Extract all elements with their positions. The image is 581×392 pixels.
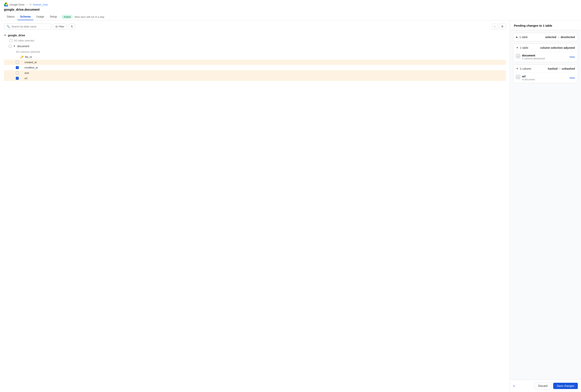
sort-order-button[interactable]: ↕ [492, 24, 498, 30]
pending-panel-title: Pending changes to 1 table [514, 24, 552, 27]
group-name: google_drive [8, 34, 25, 37]
sort-icon: ⇅ [71, 25, 73, 28]
snowflake-icon: ❄ [29, 3, 32, 6]
pending-panel-content: ▶ 1 table selected → deselected ▼ 1 tabl… [510, 30, 581, 380]
group-select-label: 0/1 table selected [14, 39, 34, 42]
sort-order-icon: ↕ [494, 25, 496, 28]
filter-icon: ⊟ [55, 25, 58, 28]
group-checkbox[interactable] [9, 39, 12, 42]
table-name: document [17, 44, 29, 48]
breadcrumb-arrow: → [26, 3, 28, 6]
breadcrumb-destination[interactable]: fivetran_chat [33, 3, 47, 6]
col-row-modified_at[interactable]: ✓ modified_at [4, 65, 506, 70]
col-checkbox-created_at[interactable] [16, 61, 19, 64]
key-icon: 🔑 [20, 56, 23, 58]
columns-summary-text: 3/5 columns selected [16, 50, 40, 53]
tab-status[interactable]: Status [4, 14, 17, 20]
group-chevron-icon: ▼ [4, 34, 6, 37]
breadcrumb-source: Google Drive [9, 3, 24, 6]
col-row-url[interactable]: ✓ url [4, 76, 506, 81]
tab-usage[interactable]: Usage [33, 14, 47, 20]
change-section-header-column-adjusted[interactable]: ▼ 1 table column selection adjusted [513, 44, 578, 52]
change-item-name-document: document [522, 54, 568, 57]
change-section-deselected: ▶ 1 table selected → deselected [513, 33, 578, 41]
column-adjusted-description: column selection adjusted [540, 46, 575, 49]
search-input[interactable] [11, 25, 49, 28]
change-section-header-deselected[interactable]: ▶ 1 table selected → deselected [513, 33, 578, 41]
view-link-url[interactable]: View [569, 76, 575, 79]
tab-status-area: Active Next sync will run in a day [61, 15, 104, 19]
search-icon: 🔍 [6, 25, 10, 28]
col-name-created_at: created_at [24, 61, 36, 64]
view-link-document[interactable]: View [569, 56, 575, 58]
sync-info: Next sync will run in a day [75, 16, 104, 18]
tabs: Status Schema Usage Setup [4, 14, 60, 20]
status-badge: Active [61, 15, 72, 19]
group-select-row: 0/1 table selected [4, 38, 506, 43]
col-name-modified_at: modified_at [24, 66, 38, 69]
hashed-count: 1 column [520, 67, 531, 70]
page-title: google_drive.document [4, 8, 577, 12]
group-header[interactable]: ▼ google_drive [4, 32, 506, 38]
change-item-sub-document: 2 columns deselected [522, 57, 568, 60]
col-row-created_at[interactable]: created_at [4, 60, 506, 65]
table-checkbox[interactable]: — [9, 45, 12, 48]
change-item-document: ⊞ document 2 columns deselected View [513, 52, 578, 62]
schema-group: ▼ google_drive 0/1 table selected — ▼ do… [4, 32, 506, 81]
filter-label: Filter [59, 25, 64, 28]
left-panel: 🔍 ⊟ Filter ⇅ ↕ ⚙ ▼ [0, 20, 510, 392]
settings-button[interactable]: ⚙ [499, 24, 506, 30]
change-section-hashed: ▼ 1 column hashed → unhashed ⊞ url in do… [513, 64, 578, 83]
header: Google Drive → ❄ fivetran_chat google_dr… [0, 0, 581, 20]
search-box[interactable]: 🔍 [4, 24, 51, 30]
change-item-url: ⊞ url in document View [513, 73, 578, 83]
change-section-column-adjusted: ▼ 1 table column selection adjusted ⊞ do… [513, 44, 578, 62]
table-item-document[interactable]: — ▼ document [4, 43, 506, 49]
tab-schema[interactable]: Schema [17, 14, 33, 20]
table-icon-url: ⊞ [516, 75, 520, 79]
pending-panel-header: Pending changes to 1 table [510, 20, 581, 30]
expand-icon[interactable]: » [513, 384, 515, 388]
toolbar: 🔍 ⊟ Filter ⇅ ↕ ⚙ [4, 24, 506, 30]
change-section-header-hashed[interactable]: ▼ 1 column hashed → unhashed [513, 65, 578, 73]
col-checkbox-url[interactable]: ✓ [16, 77, 19, 80]
tab-setup[interactable]: Setup [47, 14, 60, 20]
table-list: 0/1 table selected — ▼ document 3/5 colu… [4, 38, 506, 81]
change-item-details-url: url in document [522, 75, 568, 81]
right-panel: Pending changes to 1 table ▶ 1 table sel… [510, 20, 581, 392]
hashed-description: hashed → unhashed [548, 67, 575, 70]
table-icon-document: ⊞ [516, 54, 520, 58]
deselected-count: 1 table [520, 36, 528, 39]
change-item-name-url: url [522, 75, 568, 78]
change-item-sub-url: in document [522, 78, 568, 81]
section-chevron-down-icon-2: ▼ [516, 67, 519, 70]
col-checkbox-modified_at[interactable]: ✓ [16, 66, 19, 69]
col-row-file_id[interactable]: 🔑 file_id [4, 54, 506, 60]
col-name-url: url [24, 77, 27, 80]
column-adjusted-count: 1 table [520, 46, 528, 49]
tabs-row: Status Schema Usage Setup Active Next sy… [4, 14, 577, 20]
sort-button[interactable]: ⇅ [68, 24, 75, 30]
col-checkbox-size[interactable] [16, 72, 19, 74]
right-panel-footer: » Discard Save changes [510, 380, 581, 392]
section-chevron-down-icon: ▼ [516, 46, 519, 49]
gear-icon: ⚙ [501, 25, 504, 28]
save-changes-button[interactable]: Save changes [553, 383, 578, 389]
discard-button[interactable]: Discard [535, 382, 551, 389]
col-row-size[interactable]: size [4, 70, 506, 76]
icon-btn-group: ↕ ⚙ [492, 24, 506, 30]
col-name-file_id: file_id [25, 56, 32, 58]
table-chevron-icon: ▼ [13, 45, 15, 48]
col-name-size: size [24, 72, 29, 74]
main-layout: 🔍 ⊟ Filter ⇅ ↕ ⚙ ▼ [0, 20, 581, 392]
filter-button[interactable]: ⊟ Filter [53, 24, 67, 30]
section-chevron-right-icon: ▶ [516, 36, 518, 38]
columns-summary: 3/5 columns selected [4, 49, 506, 54]
deselected-description: selected → deselected [545, 36, 575, 39]
google-drive-icon [4, 2, 8, 7]
breadcrumb: Google Drive → ❄ fivetran_chat [4, 2, 577, 7]
change-item-details-document: document 2 columns deselected [522, 54, 568, 60]
